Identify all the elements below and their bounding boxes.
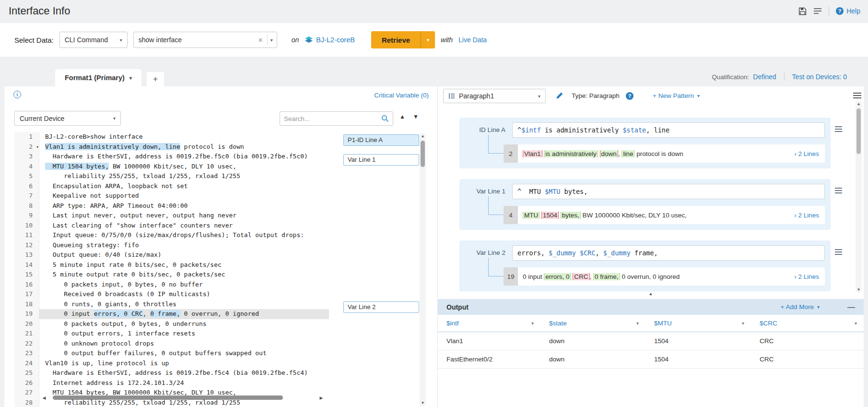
pattern-sample-row[interactable]: 190 input errors, 0 CRC, 0 frame, 0 over… bbox=[504, 267, 825, 286]
table-row[interactable]: Vlan1down1504CRC bbox=[438, 332, 864, 350]
collapse-output-icon[interactable]: ▲ bbox=[438, 291, 864, 296]
chevron-down-icon[interactable]: ▾ bbox=[855, 321, 857, 326]
output-column-header[interactable]: $intf▾ bbox=[438, 320, 540, 327]
code-line[interactable]: 24Vlan10 is up, line protocol is up bbox=[14, 359, 329, 369]
pattern-connector bbox=[488, 135, 504, 154]
add-tab-button[interactable]: + bbox=[147, 72, 164, 86]
pattern-sample-row[interactable]: 4MTU 1504 bytes, BW 1000000 Kbit/sec, DL… bbox=[504, 206, 825, 224]
pattern-menu-icon[interactable] bbox=[835, 249, 842, 291]
tab-format1-primary[interactable]: Format1 (Primary) ▾ bbox=[55, 69, 141, 86]
scroll-right-icon[interactable]: ▶ bbox=[318, 395, 325, 400]
info-icon[interactable]: i bbox=[13, 91, 21, 98]
code-line[interactable]: 22 0 unknown protocol drops bbox=[14, 339, 329, 349]
expand-lines-link[interactable]: › 2 Lines bbox=[794, 212, 825, 219]
scroll-up-icon[interactable]: ▲ bbox=[856, 102, 862, 106]
expand-lines-link[interactable]: › 2 Lines bbox=[794, 273, 825, 280]
code-line[interactable]: 11 Input queue: 0/75/0/0 (size/max/drops… bbox=[14, 230, 329, 240]
save-icon[interactable] bbox=[798, 7, 807, 15]
code-line[interactable]: 20 0 packets output, 0 bytes, 0 underrun… bbox=[14, 319, 329, 329]
code-text: 0 output errors, 1 interface resets bbox=[39, 329, 329, 339]
horizontal-scrollbar[interactable]: ◀ ▶ bbox=[41, 395, 325, 401]
annotation-box[interactable]: P1-ID Line A bbox=[343, 134, 419, 146]
scroll-down-icon[interactable]: ▼ bbox=[420, 401, 426, 405]
scroll-left-icon[interactable]: ◀ bbox=[41, 395, 47, 400]
code-line[interactable]: 4 MTU 1504 bytes, BW 1000000 Kbit/sec, D… bbox=[14, 162, 329, 172]
fold-icon[interactable]: ▾ bbox=[36, 142, 39, 152]
annotation-box[interactable]: Var Line 2 bbox=[343, 301, 419, 313]
select-data-toolbar: Select Data: CLI Command ▾ show interfac… bbox=[0, 23, 868, 57]
clear-icon[interactable]: ✕ bbox=[255, 36, 266, 44]
code-line[interactable]: 14 5 minute input rate 0 bits/sec, 0 pac… bbox=[14, 260, 329, 270]
chevron-down-icon[interactable]: ▾ bbox=[531, 321, 534, 326]
scrollbar-thumb[interactable] bbox=[53, 395, 283, 400]
output-column-header[interactable]: $MTU▾ bbox=[645, 320, 751, 327]
code-line[interactable]: 25 Hardware is EtherSVI, address is 0019… bbox=[14, 368, 329, 378]
code-line[interactable]: 2▾Vlan1 is administratively down, line p… bbox=[14, 142, 329, 152]
code-text: 0 input errors, 0 CRC, 0 frame, 0 overru… bbox=[39, 309, 329, 319]
add-more-button[interactable]: + Add More ▾ bbox=[781, 303, 820, 311]
test-on-devices-link[interactable]: Test on Devices: 0 bbox=[792, 73, 847, 81]
code-line[interactable]: 3 Hardware is EtherSVI, address is 0019.… bbox=[14, 152, 329, 162]
pattern-sample-row[interactable]: 2Vlan1 is administratively down, line pr… bbox=[504, 144, 825, 163]
pattern-menu-icon[interactable] bbox=[835, 188, 842, 230]
code-line[interactable]: 5 reliability 255/255, txload 1/255, rxl… bbox=[14, 171, 329, 181]
code-line[interactable]: 7 Keepalive not supported bbox=[14, 191, 329, 201]
device-icon bbox=[305, 36, 313, 43]
code-line[interactable]: 18 0 runts, 0 giants, 0 throttles bbox=[14, 299, 329, 310]
expand-lines-link[interactable]: › 2 Lines bbox=[794, 150, 825, 157]
output-column-header[interactable]: $CRC▾ bbox=[751, 320, 864, 327]
line-number: 21 bbox=[14, 329, 39, 339]
pattern-selector[interactable]: Paragraph1 ▾ bbox=[443, 89, 546, 103]
menu-icon[interactable] bbox=[853, 93, 861, 100]
help-button[interactable]: ? Help bbox=[836, 7, 860, 15]
code-line[interactable]: 13 Output queue: 0/40 (size/max) bbox=[14, 250, 329, 260]
chevron-down-icon[interactable]: ▾ bbox=[270, 37, 273, 43]
code-line[interactable]: 10 Last clearing of "show interface" cou… bbox=[14, 221, 329, 231]
chevron-down-icon[interactable]: ▾ bbox=[129, 75, 132, 81]
qualification-value-link[interactable]: Defined bbox=[753, 73, 776, 81]
code-line[interactable]: 26 Internet address is 172.24.101.3/24 bbox=[14, 378, 329, 388]
chevron-down-icon[interactable]: ▾ bbox=[742, 321, 744, 326]
output-cell: down bbox=[540, 356, 645, 363]
scroll-up-icon[interactable]: ▲ bbox=[420, 134, 426, 138]
left-vertical-scrollbar[interactable]: ▲ ▼ bbox=[420, 133, 426, 406]
edit-pencil-icon[interactable] bbox=[556, 92, 563, 101]
code-line[interactable]: 6 Encapsulation ARPA, loopback not set bbox=[14, 181, 329, 192]
scrollbar-thumb[interactable] bbox=[856, 108, 861, 154]
pattern-input[interactable]: ^$intf is administratively $state, line bbox=[512, 122, 825, 138]
device-link[interactable]: BJ-L2-coreB bbox=[305, 36, 355, 44]
type-help-icon[interactable]: ? bbox=[626, 92, 633, 100]
code-line[interactable]: 21 0 output errors, 1 interface resets bbox=[14, 329, 329, 339]
code-line[interactable]: 17 Received 0 broadcasts (0 IP multicast… bbox=[14, 289, 329, 299]
annotation-box[interactable]: Var Line 1 bbox=[343, 154, 419, 166]
pattern-input[interactable]: ^ MTU $MTU bytes, bbox=[512, 184, 825, 199]
code-line[interactable]: 19 0 input errors, 0 CRC, 0 frame, 0 ove… bbox=[14, 309, 329, 319]
code-line[interactable]: 8 ARP type: ARPA, ARP Timeout 04:00:00 bbox=[14, 201, 329, 211]
minimize-icon[interactable]: — bbox=[847, 303, 855, 311]
pattern-input[interactable]: errors, $_dummy $CRC, $_dummy frame, bbox=[512, 245, 825, 261]
saved-list-icon[interactable] bbox=[813, 7, 822, 15]
code-line[interactable]: 9 Last input never, output never, output… bbox=[14, 211, 329, 221]
code-line[interactable]: 15 5 minute output rate 0 bits/sec, 0 pa… bbox=[14, 270, 329, 280]
retrieve-dropdown[interactable]: ▾ bbox=[421, 31, 435, 48]
code-text: 5 minute input rate 0 bits/sec, 0 packet… bbox=[39, 260, 329, 270]
chevron-down-icon[interactable]: ▾ bbox=[636, 321, 639, 326]
code-line[interactable]: 16 0 packets input, 0 bytes, 0 no buffer bbox=[14, 280, 329, 290]
live-data-link[interactable]: Live Data bbox=[458, 36, 487, 44]
output-column-header[interactable]: $state▾ bbox=[540, 320, 645, 327]
pattern-menu-icon[interactable] bbox=[835, 126, 842, 168]
table-row[interactable]: FastEthernet0/2down1504CRC bbox=[438, 350, 864, 369]
right-vertical-scrollbar[interactable]: ▲ ▼ bbox=[856, 101, 862, 293]
data-type-select[interactable]: CLI Command ▾ bbox=[59, 32, 128, 48]
current-device-select[interactable]: Current Device ▾ bbox=[14, 111, 121, 126]
line-number: 26 bbox=[14, 378, 39, 388]
new-pattern-button[interactable]: + New Pattern ▾ bbox=[653, 92, 700, 99]
retrieve-button[interactable]: Retrieve ▾ bbox=[371, 31, 435, 48]
scrollbar-thumb[interactable] bbox=[421, 141, 425, 167]
code-line[interactable]: 12 Queueing strategy: fifo bbox=[14, 240, 329, 251]
code-line[interactable]: 23 0 output buffer failures, 0 output bu… bbox=[14, 348, 329, 359]
on-label: on bbox=[292, 36, 299, 44]
code-line[interactable]: 1BJ-L2-coreB>show interface bbox=[14, 132, 329, 142]
command-input[interactable]: show interface ✕ ▾ bbox=[133, 32, 277, 48]
header-actions: ? Help bbox=[798, 7, 860, 15]
